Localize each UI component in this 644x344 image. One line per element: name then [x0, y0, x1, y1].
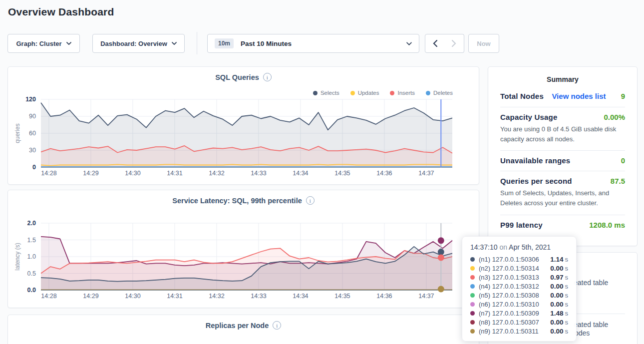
svg-text:14:28: 14:28: [41, 170, 56, 177]
chevron-left-icon: [433, 40, 437, 47]
summary-row-qps: Queries per second 87.5 Sum of Selects, …: [500, 171, 625, 215]
capacity-usage-label: Capacity Usage: [500, 113, 558, 121]
tooltip-node-row: (n8) 127.0.0.1:503070.00s: [470, 318, 568, 327]
unavailable-ranges-value: 0: [621, 156, 625, 165]
svg-text:60: 60: [29, 130, 36, 137]
time-range-badge: 10m: [215, 38, 234, 48]
toolbar-divider: [197, 32, 197, 54]
svg-text:14:33: 14:33: [251, 293, 266, 300]
view-nodes-list-link[interactable]: View nodes list: [552, 92, 606, 100]
tooltip-node-row: (n7) 127.0.0.1:503091.48s: [470, 309, 568, 318]
chevron-right-icon: [452, 40, 456, 47]
svg-text:queries: queries: [14, 123, 21, 143]
replicas-per-node-chart-card: Replicas per Node i: [7, 315, 479, 344]
svg-text:14:29: 14:29: [83, 293, 98, 300]
svg-text:14:30: 14:30: [125, 293, 140, 300]
tooltip-node-row: (n6) 127.0.0.1:503100.00s: [470, 300, 568, 309]
svg-text:14:37: 14:37: [418, 293, 434, 300]
tooltip-node-row: (n4) 127.0.0.1:503120.00s: [470, 282, 568, 291]
svg-text:latency (s): latency (s): [14, 243, 21, 270]
qps-value: 87.5: [611, 177, 625, 185]
replicas-per-node-chart-title: Replicas per Node: [206, 322, 269, 330]
tooltip-rows: (n1) 127.0.0.1:503061.14s(n2) 127.0.0.1:…: [470, 255, 568, 336]
svg-text:14:35: 14:35: [334, 293, 350, 300]
time-now-button[interactable]: Now: [468, 34, 499, 53]
svg-text:14:37: 14:37: [418, 170, 434, 177]
node-color-dot-icon: [470, 329, 475, 334]
summary-row-p99: P99 latency 1208.0 ms: [500, 215, 625, 235]
dashboard-dropdown[interactable]: Dashboard: Overview: [92, 34, 185, 53]
svg-text:14:28: 14:28: [41, 293, 56, 300]
page-title: Overview Dashboard: [8, 6, 114, 18]
tooltip-node-row: (n1) 127.0.0.1:503061.14s: [470, 255, 568, 264]
svg-text:14:29: 14:29: [83, 170, 98, 177]
svg-text:14:35: 14:35: [334, 170, 350, 177]
capacity-usage-desc: You are using 0 B of 4.5 GiB usable disk…: [500, 124, 625, 144]
chart-hover-tooltip: 14:37:10 on Apr 5th, 2021 (n1) 127.0.0.1…: [462, 236, 577, 342]
chevron-down-icon: [66, 42, 71, 45]
p99-latency-label: P99 latency: [500, 221, 543, 229]
svg-text:14:33: 14:33: [251, 170, 266, 177]
svg-text:14:36: 14:36: [376, 293, 392, 300]
svg-text:2.0: 2.0: [27, 220, 36, 227]
summary-row-unavailable-ranges: Unavailable ranges 0: [500, 151, 625, 171]
summary-row-capacity: Capacity Usage 0.00% You are using 0 B o…: [500, 107, 625, 151]
svg-text:0.5: 0.5: [27, 270, 36, 277]
svg-text:1.5: 1.5: [27, 237, 36, 244]
unavailable-ranges-label: Unavailable ranges: [500, 156, 570, 165]
node-color-dot-icon: [470, 284, 475, 289]
event-text-fragment: odes: [575, 329, 590, 337]
node-color-dot-icon: [470, 266, 475, 271]
svg-text:14:30: 14:30: [125, 170, 140, 177]
service-latency-chart-card: Service Latency: SQL, 99th percentile i …: [7, 190, 479, 308]
qps-label: Queries per second: [500, 177, 572, 185]
svg-text:120: 120: [25, 96, 36, 103]
total-nodes-value: 9: [621, 92, 625, 100]
svg-text:0: 0: [32, 164, 36, 171]
time-range-picker[interactable]: 10m Past 10 Minutes: [207, 34, 419, 53]
tooltip-node-row: (n2) 127.0.0.1:503140.00s: [470, 264, 568, 273]
info-icon[interactable]: i: [273, 321, 281, 330]
svg-text:0.0: 0.0: [27, 287, 36, 294]
tooltip-date: Apr 5th, 2021: [509, 243, 551, 251]
summary-panel: Summary Total Nodes View nodes list 9 Ca…: [488, 66, 638, 246]
node-color-dot-icon: [470, 275, 475, 280]
svg-text:30: 30: [29, 147, 36, 154]
svg-text:14:34: 14:34: [293, 293, 308, 300]
tooltip-node-row: (n9) 127.0.0.1:503110.00s: [470, 327, 568, 336]
svg-text:14:36: 14:36: [376, 170, 392, 177]
node-color-dot-icon: [470, 311, 475, 316]
event-text-fragment: eated table: [574, 279, 608, 287]
node-color-dot-icon: [470, 302, 475, 307]
sql-queries-chart[interactable]: 030609012014:2814:2914:3014:3114:3214:33…: [8, 67, 480, 185]
svg-text:14:31: 14:31: [167, 170, 182, 177]
overview-dashboard-page: Overview Dashboard Graph: Cluster Dashbo…: [0, 0, 644, 344]
summary-row-total-nodes: Total Nodes View nodes list 9: [500, 86, 625, 107]
svg-text:14:34: 14:34: [293, 170, 308, 177]
tooltip-node-row: (n5) 127.0.0.1:503080.00s: [470, 291, 568, 300]
svg-text:1.0: 1.0: [27, 253, 36, 260]
node-color-dot-icon: [470, 293, 475, 298]
graph-dropdown-label: Graph: Cluster: [16, 40, 61, 47]
sql-queries-chart-card: SQL Queries i SelectsUpdatesInsertsDelet…: [7, 66, 479, 185]
svg-text:14:31: 14:31: [167, 293, 182, 300]
tooltip-timestamp: 14:37:10 on Apr 5th, 2021: [470, 243, 568, 251]
chevron-down-icon: [172, 42, 177, 45]
node-color-dot-icon: [470, 320, 475, 325]
time-next-button[interactable]: [444, 34, 464, 53]
p99-latency-value: 1208.0 ms: [589, 221, 625, 229]
qps-desc: Sum of Selects, Updates, Inserts, and De…: [500, 188, 625, 208]
svg-text:14:32: 14:32: [209, 170, 224, 177]
time-range-label: Past 10 Minutes: [241, 40, 292, 47]
event-text-fragment: eated table: [574, 321, 608, 329]
service-latency-chart[interactable]: 0.00.51.01.52.014:2814:2914:3014:3114:32…: [8, 190, 480, 309]
tooltip-time: 14:37:10: [470, 243, 498, 251]
total-nodes-label: Total Nodes: [500, 92, 544, 100]
svg-text:90: 90: [29, 113, 36, 120]
dashboard-dropdown-label: Dashboard: Overview: [100, 40, 167, 47]
node-color-dot-icon: [470, 257, 475, 262]
time-prev-button[interactable]: [425, 34, 445, 53]
summary-title: Summary: [500, 75, 625, 83]
svg-text:14:32: 14:32: [209, 293, 224, 300]
graph-dropdown[interactable]: Graph: Cluster: [7, 34, 80, 53]
